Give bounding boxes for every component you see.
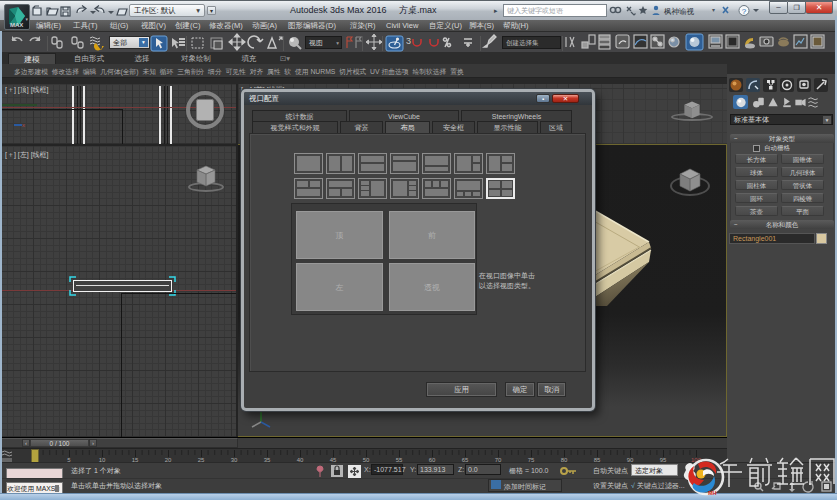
- svg-text:3: 3: [406, 36, 411, 46]
- svg-text:枫神谕视: 枫神谕视: [664, 7, 695, 16]
- svg-text:MH: MH: [708, 490, 717, 496]
- svg-text:?: ?: [742, 7, 747, 16]
- svg-text:MAX: MAX: [10, 22, 23, 28]
